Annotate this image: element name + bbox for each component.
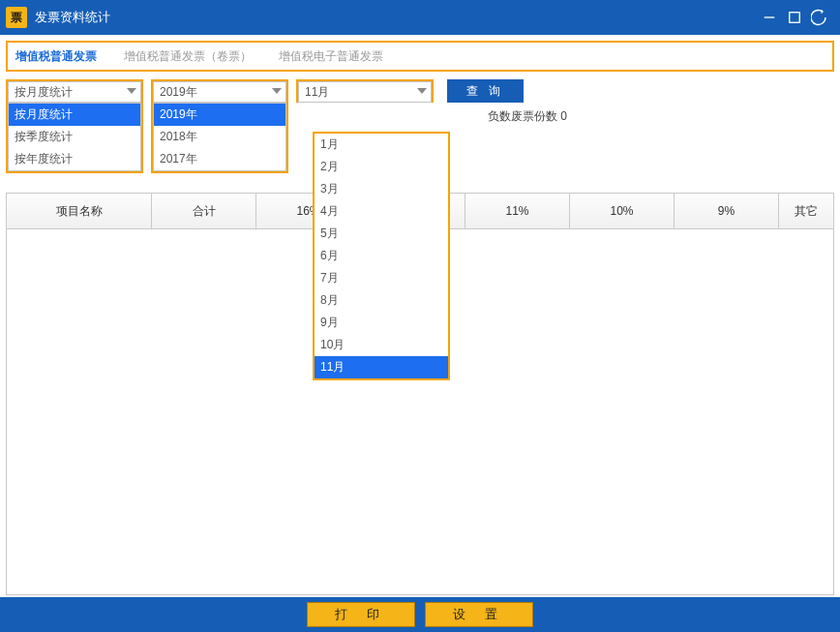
table-col-total: 合计 (152, 194, 256, 228)
app-logo: 票 (6, 7, 27, 28)
period-combo[interactable]: 按月度统计 (8, 81, 141, 103)
period-option[interactable]: 按年度统计 (9, 148, 140, 170)
period-option[interactable]: 按季度统计 (9, 126, 140, 148)
content-area: 增值税普通发票 增值税普通发票（卷票） 增值税电子普通发票 按月度统计 按月度统… (0, 35, 840, 597)
period-dropdown-list: 按月度统计 按季度统计 按年度统计 (8, 103, 141, 171)
table-col-9pct: 9% (675, 194, 779, 228)
chevron-down-icon (272, 85, 282, 99)
month-option[interactable]: 7月 (315, 267, 448, 289)
month-combo[interactable]: 11月 (298, 81, 432, 103)
back-arrow-icon (811, 9, 828, 26)
search-button[interactable]: 查 询 (447, 79, 524, 103)
title-bar: 票 发票资料统计 (0, 0, 840, 35)
back-button[interactable] (807, 5, 832, 30)
year-dropdown-list: 2019年 2018年 2017年 (153, 103, 286, 171)
year-combo[interactable]: 2019年 (153, 81, 286, 103)
table-col-item-name: 项目名称 (7, 194, 152, 228)
tab-vat-general-roll[interactable]: 增值税普通发票（卷票） (124, 48, 252, 65)
footer-bar: 打 印 设 置 (0, 597, 840, 632)
month-combo-value: 11月 (305, 84, 329, 101)
svg-rect-1 (790, 13, 800, 23)
month-combo-group: 11月 (296, 79, 434, 103)
month-dropdown-list: 1月 2月 3月 4月 5月 6月 7月 8月 9月 10月 11月 (313, 132, 450, 380)
year-option[interactable]: 2019年 (154, 104, 285, 126)
chevron-down-icon (417, 85, 427, 99)
month-option[interactable]: 4月 (315, 200, 448, 223)
year-combo-value: 2019年 (160, 84, 197, 101)
negative-invoice-count-label: 负数废票份数 0 (488, 108, 567, 125)
minimize-icon (761, 9, 778, 26)
period-option[interactable]: 按月度统计 (9, 104, 140, 126)
maximize-icon (786, 9, 803, 26)
maximize-button[interactable] (782, 5, 807, 30)
month-option[interactable]: 1月 (315, 134, 448, 156)
table-col-10pct: 10% (570, 194, 675, 228)
month-option[interactable]: 9月 (315, 312, 448, 334)
tab-vat-general[interactable]: 增值税普通发票 (15, 48, 97, 65)
print-button[interactable]: 打 印 (307, 602, 415, 627)
chevron-down-icon (127, 85, 136, 99)
year-combo-group: 2019年 2019年 2018年 2017年 (151, 79, 288, 173)
settings-button[interactable]: 设 置 (425, 602, 533, 627)
month-option[interactable]: 11月 (315, 356, 448, 378)
period-combo-value: 按月度统计 (15, 84, 73, 101)
month-option[interactable]: 5月 (315, 223, 448, 245)
minimize-button[interactable] (757, 5, 782, 30)
year-option[interactable]: 2018年 (154, 126, 285, 148)
month-option[interactable]: 8月 (315, 289, 448, 312)
window-title: 发票资料统计 (35, 9, 110, 26)
svg-marker-3 (272, 88, 282, 94)
period-combo-group: 按月度统计 按月度统计 按季度统计 按年度统计 (6, 79, 143, 173)
tab-vat-electronic-general[interactable]: 增值税电子普通发票 (279, 48, 383, 65)
tabs-row: 增值税普通发票 增值税普通发票（卷票） 增值税电子普通发票 (6, 41, 834, 72)
month-option[interactable]: 6月 (315, 245, 448, 267)
month-option[interactable]: 3月 (315, 178, 448, 200)
month-option[interactable]: 10月 (315, 334, 448, 356)
table-col-11pct: 11% (465, 194, 570, 228)
svg-marker-4 (417, 88, 427, 94)
svg-marker-2 (127, 88, 136, 94)
month-option[interactable]: 2月 (315, 156, 448, 178)
year-option[interactable]: 2017年 (154, 148, 285, 170)
table-col-other: 其它 (779, 194, 833, 228)
